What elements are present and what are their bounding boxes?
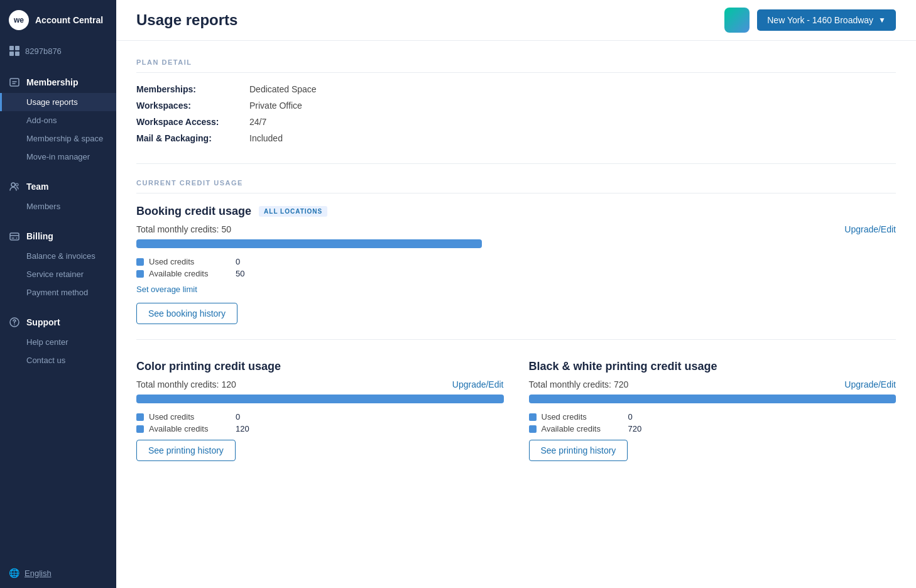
sidebar-item-payment-method[interactable]: Payment method — [0, 283, 116, 302]
sidebar: we Account Central 8297b876 Membership U… — [0, 0, 116, 588]
sidebar-item-contact-us[interactable]: Contact us — [0, 351, 116, 369]
booking-available-row: Available credits 50 — [136, 269, 896, 278]
plan-detail-section: PLAN DETAIL Memberships: Dedicated Space… — [136, 58, 896, 143]
bw-used-label: Used credits — [542, 412, 623, 422]
support-label: Support — [26, 317, 60, 327]
plan-value-workspaces: Private Office — [249, 101, 302, 111]
team-label: Team — [26, 182, 49, 192]
used-dot — [136, 258, 144, 266]
booking-credit-bar — [136, 239, 482, 248]
color-print-upgrade-link[interactable]: Upgrade/Edit — [452, 379, 504, 389]
booking-used-row: Used credits 0 — [136, 257, 896, 266]
svg-rect-3 — [15, 52, 19, 56]
billing-icon — [9, 231, 20, 242]
location-button[interactable]: New York - 1460 Broadway ▼ — [757, 9, 896, 31]
top-bar: Usage reports New York - 1460 Broadway ▼ — [116, 0, 916, 41]
sidebar-team-header[interactable]: Team — [0, 176, 116, 197]
booking-credit-meta: Total monthly credits: 50 Upgrade/Edit — [136, 224, 896, 234]
plan-key-workspaces: Workspaces: — [136, 101, 249, 111]
plan-key-workspace-access: Workspace Access: — [136, 117, 249, 127]
color-print-total: Total monthly credits: 120 — [136, 379, 236, 389]
location-label: New York - 1460 Broadway — [767, 15, 873, 25]
svg-rect-4 — [10, 79, 19, 86]
svg-rect-0 — [9, 46, 14, 50]
svg-point-9 — [14, 324, 15, 325]
plan-key-memberships: Memberships: — [136, 84, 249, 94]
sidebar-item-move-in-manager[interactable]: Move-in manager — [0, 148, 116, 166]
color-available-row: Available credits 120 — [136, 424, 504, 433]
bw-print-total: Total monthly credits: 720 — [529, 379, 629, 389]
overage-limit-link[interactable]: Set overage limit — [136, 285, 896, 294]
color-print-meta: Total monthly credits: 120 Upgrade/Edit — [136, 379, 504, 389]
bw-available-label: Available credits — [542, 424, 623, 433]
divider-plan-credit — [136, 163, 896, 164]
available-dot — [136, 270, 144, 278]
globe-icon: 🌐 — [9, 568, 19, 578]
sidebar-section-membership: Membership Usage reports Add-ons Members… — [0, 67, 116, 171]
bw-print-legend: Used credits 0 Available credits 720 — [529, 412, 897, 433]
booking-upgrade-link[interactable]: Upgrade/Edit — [844, 224, 896, 234]
plan-key-mail-packaging: Mail & Packaging: — [136, 133, 249, 143]
sidebar-item-members[interactable]: Members — [0, 197, 116, 215]
see-color-printing-history-button[interactable]: See printing history — [136, 440, 236, 461]
plan-detail-label: PLAN DETAIL — [136, 58, 896, 73]
color-print-block: Color printing credit usage Total monthl… — [136, 360, 504, 461]
see-booking-history-button[interactable]: See booking history — [136, 303, 237, 324]
color-available-value: 120 — [236, 424, 249, 433]
account-id-value: 8297b876 — [25, 46, 62, 56]
bw-used-row: Used credits 0 — [529, 412, 897, 422]
color-print-legend: Used credits 0 Available credits 120 — [136, 412, 504, 433]
divider-booking-print — [136, 339, 896, 340]
bw-print-bar — [529, 395, 897, 403]
app-icon — [724, 8, 750, 33]
plan-row-mail-packaging: Mail & Packaging: Included — [136, 133, 896, 143]
booking-credit-legend: Used credits 0 Available credits 50 — [136, 257, 896, 278]
color-print-title: Color printing credit usage — [136, 360, 504, 373]
sidebar-section-billing: Billing Balance & invoices Service retai… — [0, 220, 116, 307]
sidebar-item-usage-reports[interactable]: Usage reports — [0, 93, 116, 111]
bw-available-row: Available credits 720 — [529, 424, 897, 433]
booking-total-label: Total monthly credits: 50 — [136, 224, 231, 234]
plan-value-memberships: Dedicated Space — [249, 84, 317, 94]
bw-print-upgrade-link[interactable]: Upgrade/Edit — [844, 379, 896, 389]
color-print-bar — [136, 395, 504, 403]
print-credits-grid: Color printing credit usage Total monthl… — [136, 360, 896, 461]
credit-usage-label: CURRENT CREDIT USAGE — [136, 179, 896, 193]
all-locations-badge: ALL LOCATIONS — [259, 206, 327, 217]
see-bw-printing-history-button[interactable]: See printing history — [529, 440, 628, 461]
sidebar-item-help-center[interactable]: Help center — [0, 333, 116, 351]
used-label: Used credits — [149, 257, 231, 266]
sidebar-support-header[interactable]: Support — [0, 312, 116, 333]
membership-icon — [9, 77, 20, 88]
svg-rect-1 — [15, 46, 19, 50]
language-link[interactable]: English — [25, 569, 52, 578]
team-icon — [9, 181, 20, 192]
svg-rect-2 — [9, 52, 14, 56]
svg-rect-7 — [10, 233, 19, 240]
sidebar-item-balance-invoices[interactable]: Balance & invoices — [0, 247, 116, 265]
sidebar-item-add-ons[interactable]: Add-ons — [0, 111, 116, 129]
plan-detail-grid: Memberships: Dedicated Space Workspaces:… — [136, 84, 896, 143]
bw-available-value: 720 — [628, 424, 642, 433]
main-content: Usage reports New York - 1460 Broadway ▼… — [116, 0, 916, 588]
available-label: Available credits — [149, 269, 231, 278]
account-central-label: Account Central — [35, 15, 103, 25]
bw-print-block: Black & white printing credit usage Tota… — [529, 360, 897, 461]
chevron-down-icon: ▼ — [878, 16, 886, 24]
color-used-label: Used credits — [149, 412, 231, 422]
plan-value-mail-packaging: Included — [249, 133, 283, 143]
color-used-value: 0 — [236, 412, 240, 422]
sidebar-section-team: Team Members — [0, 171, 116, 220]
sidebar-membership-header[interactable]: Membership — [0, 72, 116, 93]
bw-available-dot — [529, 425, 537, 433]
grid-icon — [9, 45, 20, 57]
billing-label: Billing — [26, 231, 53, 241]
membership-label: Membership — [26, 77, 78, 87]
credit-usage-section: CURRENT CREDIT USAGE Booking credit usag… — [136, 179, 896, 461]
sidebar-item-service-retainer[interactable]: Service retainer — [0, 265, 116, 283]
sidebar-billing-header[interactable]: Billing — [0, 226, 116, 247]
sidebar-item-membership-space[interactable]: Membership & space — [0, 129, 116, 148]
support-icon — [9, 317, 20, 328]
color-available-dot — [136, 425, 144, 433]
bw-used-dot — [529, 413, 537, 421]
